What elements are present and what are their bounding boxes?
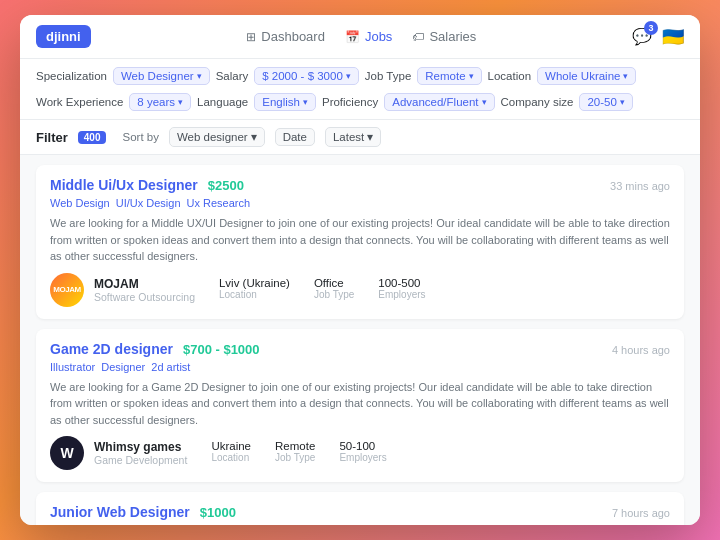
job-title[interactable]: Middle Ui/Ux Designer — [50, 177, 198, 193]
salary-value: $ 2000 - $ 3000 — [262, 70, 343, 82]
job-title-row: Middle Ui/Ux Designer $2500 — [50, 177, 244, 193]
company-main: MOJAM Software Outsourcing — [94, 277, 195, 303]
companysize-label: Company size — [501, 96, 574, 108]
nav-jobs-label: Jobs — [365, 29, 392, 44]
job-tag[interactable]: Designer — [101, 361, 145, 373]
company-name[interactable]: MOJAM — [94, 277, 195, 291]
salary-filter[interactable]: $ 2000 - $ 3000 ▾ — [254, 67, 359, 85]
companysize-filter[interactable]: 20-50 ▾ — [579, 93, 632, 111]
job-card: Junior Web Designer $1000 7 hours ago Ju… — [36, 492, 684, 525]
location-filter[interactable]: Whole Ukraine ▾ — [537, 67, 636, 85]
main-window: djinni ⊞ Dashboard 📅 Jobs 🏷 Salaries 💬 3… — [20, 15, 700, 525]
meta-employers: 100-500 Employers — [378, 277, 425, 303]
job-tag[interactable]: UI/Ux Design — [116, 197, 181, 209]
chevron-down-icon: ▾ — [197, 71, 202, 81]
company-type: Game Development — [94, 454, 187, 466]
jobtype-value: Remote — [425, 70, 465, 82]
sort-row: Filter 400 Sort by Web designer ▾ Date L… — [20, 120, 700, 155]
job-salary: $700 - $1000 — [183, 342, 260, 357]
job-tag[interactable]: Junior — [50, 524, 80, 525]
proficiency-filter[interactable]: Advanced/Fluent ▾ — [384, 93, 494, 111]
jobtype-filter[interactable]: Remote ▾ — [417, 67, 481, 85]
date-label: Date — [283, 131, 307, 143]
nav-jobs[interactable]: 📅 Jobs — [345, 29, 392, 44]
latest-filter[interactable]: Latest ▾ — [325, 127, 381, 147]
job-card: Middle Ui/Ux Designer $2500 33 mins ago … — [36, 165, 684, 319]
meta-employers: 50-100 Employers — [339, 440, 386, 466]
company-name[interactable]: Whimsy games — [94, 440, 187, 454]
specialization-label: Specialization — [36, 70, 107, 82]
topnav: djinni ⊞ Dashboard 📅 Jobs 🏷 Salaries 💬 3… — [20, 15, 700, 59]
ukraine-flag: 🇺🇦 — [662, 26, 684, 48]
location-meta-label: Location — [219, 289, 290, 300]
chevron-down-icon: ▾ — [623, 71, 628, 81]
nav-salaries[interactable]: 🏷 Salaries — [412, 29, 476, 44]
job-card: Game 2D designer $700 - $1000 4 hours ag… — [36, 329, 684, 483]
job-tags: Illustrator Designer 2d artist — [50, 361, 670, 373]
jobtype-value: Remote — [275, 440, 315, 452]
company-info: Whimsy games Game Development Ukraine Lo… — [94, 440, 670, 466]
job-tag[interactable]: UI/Ux — [161, 524, 189, 525]
job-time: 7 hours ago — [612, 507, 670, 519]
location-value: Lviv (Ukraine) — [219, 277, 290, 289]
meta-location: Ukraine Location — [211, 440, 251, 466]
filter-title: Filter — [36, 130, 68, 145]
sort-by-value: Web designer — [177, 131, 248, 143]
employers-value: 100-500 — [378, 277, 425, 289]
specialization-filter[interactable]: Web Designer ▾ — [113, 67, 210, 85]
job-list: Middle Ui/Ux Designer $2500 33 mins ago … — [20, 155, 700, 525]
job-tag[interactable]: Ux Research — [187, 197, 251, 209]
job-header: Junior Web Designer $1000 7 hours ago — [50, 504, 670, 520]
chevron-down-icon: ▾ — [482, 97, 487, 107]
jobtype-meta-label: Job Type — [314, 289, 354, 300]
salary-label: Salary — [216, 70, 249, 82]
nav-dashboard[interactable]: ⊞ Dashboard — [246, 29, 325, 44]
dashboard-icon: ⊞ — [246, 30, 256, 44]
job-company: MOJAM MOJAM Software Outsourcing Lviv (U… — [50, 273, 670, 307]
language-value: English — [262, 96, 300, 108]
job-header: Game 2D designer $700 - $1000 4 hours ag… — [50, 341, 670, 357]
company-type: Software Outsourcing — [94, 291, 195, 303]
job-tag[interactable]: Web Designer — [86, 524, 156, 525]
job-description: We are looking for a Game 2D Designer to… — [50, 379, 670, 429]
chevron-down-icon: ▾ — [251, 130, 257, 144]
filter-row-1: Specialization Web Designer ▾ Salary $ 2… — [36, 67, 684, 93]
chevron-down-icon: ▾ — [620, 97, 625, 107]
company-info: MOJAM Software Outsourcing Lviv (Ukraine… — [94, 277, 670, 303]
job-description: We are looking for a Middle UX/UI Design… — [50, 215, 670, 265]
experience-filter[interactable]: 8 years ▾ — [129, 93, 191, 111]
latest-label: Latest — [333, 131, 364, 143]
job-tag[interactable]: Web Design — [50, 197, 110, 209]
job-title[interactable]: Game 2D designer — [50, 341, 173, 357]
job-salary: $2500 — [208, 178, 244, 193]
job-title[interactable]: Junior Web Designer — [50, 504, 190, 520]
date-filter[interactable]: Date — [275, 128, 315, 146]
sort-by-filter[interactable]: Web designer ▾ — [169, 127, 265, 147]
meta-jobtype: Remote Job Type — [275, 440, 315, 466]
company-logo: W — [50, 436, 84, 470]
filter-row-2: Work Experience 8 years ▾ Language Engli… — [36, 93, 684, 119]
location-meta-label: Location — [211, 452, 251, 463]
language-label: Language — [197, 96, 248, 108]
specialization-value: Web Designer — [121, 70, 194, 82]
experience-label: Work Experience — [36, 96, 123, 108]
company-main: Whimsy games Game Development — [94, 440, 187, 466]
nav-items: ⊞ Dashboard 📅 Jobs 🏷 Salaries — [246, 29, 476, 44]
job-salary: $1000 — [200, 505, 236, 520]
chat-button[interactable]: 💬 3 — [632, 27, 652, 46]
language-filter[interactable]: English ▾ — [254, 93, 316, 111]
nav-right: 💬 3 🇺🇦 — [632, 26, 684, 48]
chevron-down-icon: ▾ — [469, 71, 474, 81]
sort-by-label: Sort by — [122, 131, 158, 143]
job-tag[interactable]: 2d artist — [151, 361, 190, 373]
job-tag[interactable]: Illustrator — [50, 361, 95, 373]
meta-location: Lviv (Ukraine) Location — [219, 277, 290, 303]
job-tags: Junior Web Designer UI/Ux — [50, 524, 670, 525]
companysize-value: 20-50 — [587, 96, 616, 108]
app-logo[interactable]: djinni — [36, 25, 91, 48]
chevron-down-icon: ▾ — [367, 130, 373, 144]
employers-value: 50-100 — [339, 440, 386, 452]
jobtype-value: Office — [314, 277, 354, 289]
jobtype-meta-label: Job Type — [275, 452, 315, 463]
proficiency-label: Proficiency — [322, 96, 378, 108]
